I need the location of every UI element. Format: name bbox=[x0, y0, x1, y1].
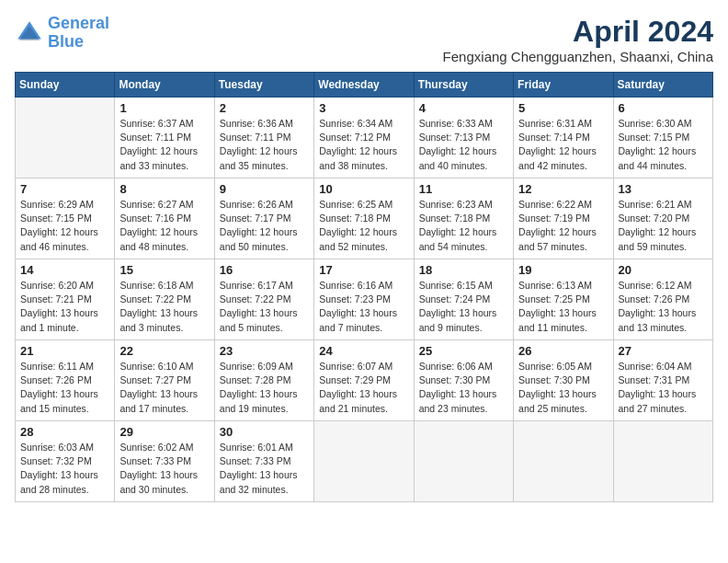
calendar-cell: 30Sunrise: 6:01 AM Sunset: 7:33 PM Dayli… bbox=[214, 421, 313, 502]
calendar-cell: 29Sunrise: 6:02 AM Sunset: 7:33 PM Dayli… bbox=[115, 421, 214, 502]
calendar-cell bbox=[613, 421, 712, 502]
day-info: Sunrise: 6:29 AM Sunset: 7:15 PM Dayligh… bbox=[20, 198, 109, 254]
weekday-header-monday: Monday bbox=[115, 73, 214, 98]
calendar-cell: 5Sunrise: 6:31 AM Sunset: 7:14 PM Daylig… bbox=[514, 98, 613, 178]
day-number: 5 bbox=[518, 101, 608, 115]
calendar-cell: 18Sunrise: 6:15 AM Sunset: 7:24 PM Dayli… bbox=[414, 259, 513, 340]
calendar-cell: 8Sunrise: 6:27 AM Sunset: 7:16 PM Daylig… bbox=[115, 178, 214, 259]
calendar-title: April 2024 bbox=[443, 15, 713, 49]
logo-icon bbox=[15, 18, 44, 48]
day-info: Sunrise: 6:11 AM Sunset: 7:26 PM Dayligh… bbox=[20, 360, 109, 416]
day-info: Sunrise: 6:16 AM Sunset: 7:23 PM Dayligh… bbox=[319, 279, 408, 335]
day-number: 11 bbox=[419, 182, 508, 196]
calendar-cell bbox=[514, 421, 613, 502]
day-number: 13 bbox=[619, 182, 708, 196]
day-number: 16 bbox=[220, 263, 309, 277]
calendar-cell: 3Sunrise: 6:34 AM Sunset: 7:12 PM Daylig… bbox=[314, 98, 414, 178]
day-info: Sunrise: 6:04 AM Sunset: 7:31 PM Dayligh… bbox=[619, 360, 708, 416]
day-info: Sunrise: 6:33 AM Sunset: 7:13 PM Dayligh… bbox=[419, 117, 508, 173]
day-info: Sunrise: 6:17 AM Sunset: 7:22 PM Dayligh… bbox=[220, 279, 309, 335]
day-info: Sunrise: 6:30 AM Sunset: 7:15 PM Dayligh… bbox=[619, 117, 708, 173]
day-number: 6 bbox=[619, 101, 708, 115]
week-row-3: 14Sunrise: 6:20 AM Sunset: 7:21 PM Dayli… bbox=[16, 259, 713, 340]
weekday-header-saturday: Saturday bbox=[613, 73, 712, 98]
day-number: 3 bbox=[319, 101, 408, 115]
day-info: Sunrise: 6:15 AM Sunset: 7:24 PM Dayligh… bbox=[419, 279, 508, 335]
calendar-cell: 21Sunrise: 6:11 AM Sunset: 7:26 PM Dayli… bbox=[16, 340, 115, 421]
day-info: Sunrise: 6:06 AM Sunset: 7:30 PM Dayligh… bbox=[419, 360, 508, 416]
day-info: Sunrise: 6:05 AM Sunset: 7:30 PM Dayligh… bbox=[518, 360, 608, 416]
calendar-cell bbox=[314, 421, 414, 502]
day-number: 14 bbox=[20, 263, 109, 277]
calendar-cell: 24Sunrise: 6:07 AM Sunset: 7:29 PM Dayli… bbox=[314, 340, 414, 421]
calendar-cell: 28Sunrise: 6:03 AM Sunset: 7:32 PM Dayli… bbox=[16, 421, 115, 502]
calendar-cell: 9Sunrise: 6:26 AM Sunset: 7:17 PM Daylig… bbox=[214, 178, 313, 259]
day-number: 8 bbox=[119, 182, 209, 196]
day-number: 26 bbox=[518, 344, 608, 358]
calendar-cell: 6Sunrise: 6:30 AM Sunset: 7:15 PM Daylig… bbox=[613, 98, 712, 178]
logo: General Blue bbox=[15, 15, 109, 52]
calendar-cell: 15Sunrise: 6:18 AM Sunset: 7:22 PM Dayli… bbox=[115, 259, 214, 340]
day-number: 19 bbox=[518, 263, 608, 277]
day-info: Sunrise: 6:37 AM Sunset: 7:11 PM Dayligh… bbox=[119, 117, 209, 173]
title-area: April 2024 Fengxiang Chengguanzhen, Shaa… bbox=[443, 15, 713, 64]
calendar-cell: 16Sunrise: 6:17 AM Sunset: 7:22 PM Dayli… bbox=[214, 259, 313, 340]
calendar-cell: 19Sunrise: 6:13 AM Sunset: 7:25 PM Dayli… bbox=[514, 259, 613, 340]
week-row-2: 7Sunrise: 6:29 AM Sunset: 7:15 PM Daylig… bbox=[16, 178, 713, 259]
day-info: Sunrise: 6:03 AM Sunset: 7:32 PM Dayligh… bbox=[20, 441, 109, 497]
day-info: Sunrise: 6:23 AM Sunset: 7:18 PM Dayligh… bbox=[419, 198, 508, 254]
calendar-cell: 27Sunrise: 6:04 AM Sunset: 7:31 PM Dayli… bbox=[613, 340, 712, 421]
week-row-1: 1Sunrise: 6:37 AM Sunset: 7:11 PM Daylig… bbox=[16, 98, 713, 178]
calendar-cell: 1Sunrise: 6:37 AM Sunset: 7:11 PM Daylig… bbox=[115, 98, 214, 178]
day-info: Sunrise: 6:26 AM Sunset: 7:17 PM Dayligh… bbox=[220, 198, 309, 254]
day-number: 2 bbox=[220, 101, 309, 115]
day-number: 29 bbox=[119, 425, 209, 439]
day-number: 22 bbox=[119, 344, 209, 358]
day-info: Sunrise: 6:20 AM Sunset: 7:21 PM Dayligh… bbox=[20, 279, 109, 335]
day-info: Sunrise: 6:34 AM Sunset: 7:12 PM Dayligh… bbox=[319, 117, 408, 173]
calendar-cell bbox=[16, 98, 115, 178]
weekday-header-thursday: Thursday bbox=[414, 73, 513, 98]
day-info: Sunrise: 6:02 AM Sunset: 7:33 PM Dayligh… bbox=[119, 441, 209, 497]
day-number: 15 bbox=[119, 263, 209, 277]
day-number: 12 bbox=[518, 182, 608, 196]
calendar-cell: 14Sunrise: 6:20 AM Sunset: 7:21 PM Dayli… bbox=[16, 259, 115, 340]
day-number: 18 bbox=[419, 263, 508, 277]
day-number: 1 bbox=[119, 101, 209, 115]
day-number: 24 bbox=[319, 344, 408, 358]
calendar-subtitle: Fengxiang Chengguanzhen, Shaanxi, China bbox=[443, 49, 713, 64]
calendar-cell: 10Sunrise: 6:25 AM Sunset: 7:18 PM Dayli… bbox=[314, 178, 414, 259]
week-row-5: 28Sunrise: 6:03 AM Sunset: 7:32 PM Dayli… bbox=[16, 421, 713, 502]
day-number: 4 bbox=[419, 101, 508, 115]
logo-line2: Blue bbox=[48, 32, 84, 51]
calendar-cell: 25Sunrise: 6:06 AM Sunset: 7:30 PM Dayli… bbox=[414, 340, 513, 421]
day-number: 28 bbox=[20, 425, 109, 439]
calendar-cell: 26Sunrise: 6:05 AM Sunset: 7:30 PM Dayli… bbox=[514, 340, 613, 421]
day-info: Sunrise: 6:01 AM Sunset: 7:33 PM Dayligh… bbox=[220, 441, 309, 497]
calendar-cell: 11Sunrise: 6:23 AM Sunset: 7:18 PM Dayli… bbox=[414, 178, 513, 259]
weekday-header-tuesday: Tuesday bbox=[214, 73, 313, 98]
calendar-cell: 13Sunrise: 6:21 AM Sunset: 7:20 PM Dayli… bbox=[613, 178, 712, 259]
day-info: Sunrise: 6:10 AM Sunset: 7:27 PM Dayligh… bbox=[119, 360, 209, 416]
day-info: Sunrise: 6:09 AM Sunset: 7:28 PM Dayligh… bbox=[220, 360, 309, 416]
calendar-cell: 12Sunrise: 6:22 AM Sunset: 7:19 PM Dayli… bbox=[514, 178, 613, 259]
day-info: Sunrise: 6:31 AM Sunset: 7:14 PM Dayligh… bbox=[518, 117, 608, 173]
weekday-header-sunday: Sunday bbox=[16, 73, 115, 98]
logo-line1: General bbox=[48, 14, 109, 32]
day-number: 10 bbox=[319, 182, 408, 196]
day-info: Sunrise: 6:21 AM Sunset: 7:20 PM Dayligh… bbox=[619, 198, 708, 254]
calendar-cell: 4Sunrise: 6:33 AM Sunset: 7:13 PM Daylig… bbox=[414, 98, 513, 178]
day-info: Sunrise: 6:07 AM Sunset: 7:29 PM Dayligh… bbox=[319, 360, 408, 416]
day-number: 17 bbox=[319, 263, 408, 277]
calendar-cell: 7Sunrise: 6:29 AM Sunset: 7:15 PM Daylig… bbox=[16, 178, 115, 259]
day-info: Sunrise: 6:13 AM Sunset: 7:25 PM Dayligh… bbox=[518, 279, 608, 335]
day-info: Sunrise: 6:12 AM Sunset: 7:26 PM Dayligh… bbox=[619, 279, 708, 335]
calendar-table: SundayMondayTuesdayWednesdayThursdayFrid… bbox=[15, 72, 713, 502]
day-number: 23 bbox=[220, 344, 309, 358]
logo-text: General Blue bbox=[48, 15, 109, 52]
day-number: 21 bbox=[20, 344, 109, 358]
calendar-cell: 2Sunrise: 6:36 AM Sunset: 7:11 PM Daylig… bbox=[214, 98, 313, 178]
day-number: 7 bbox=[20, 182, 109, 196]
weekday-header-wednesday: Wednesday bbox=[314, 73, 414, 98]
calendar-cell: 17Sunrise: 6:16 AM Sunset: 7:23 PM Dayli… bbox=[314, 259, 414, 340]
